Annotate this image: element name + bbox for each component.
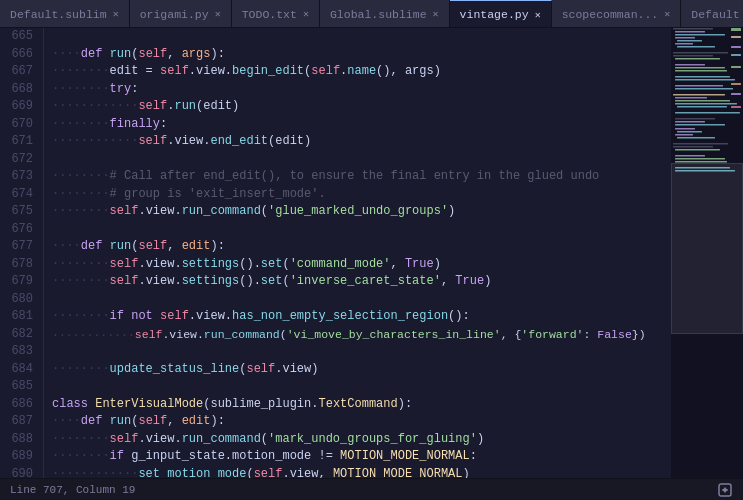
svg-rect-37: [677, 137, 715, 139]
line-number-gutter: 665 666 667 668 669 670 671 672 673 674 …: [0, 28, 44, 478]
line-num-679: 679: [6, 273, 33, 291]
line-num-666: 666: [6, 46, 33, 64]
tab-global-sublime[interactable]: Global.sublime ✕: [320, 0, 450, 28]
line-num-687: 687: [6, 413, 33, 431]
svg-rect-15: [675, 85, 723, 87]
code-line-679: ········self.view.settings().set('invers…: [52, 273, 671, 291]
svg-rect-29: [731, 93, 741, 95]
svg-rect-14: [675, 79, 735, 81]
svg-rect-34: [675, 128, 695, 130]
editor-container: 665 666 667 668 669 670 671 672 673 674 …: [0, 28, 743, 478]
line-num-689: 689: [6, 448, 33, 466]
tab-vintage[interactable]: vintage.py ✕: [450, 0, 552, 28]
code-line-684: ········update_status_line(self.view): [52, 361, 671, 379]
tab-label: TODO.txt: [242, 8, 297, 21]
svg-rect-21: [677, 106, 727, 108]
svg-rect-6: [677, 46, 715, 48]
tab-default-wind[interactable]: Default (Wind... ✕: [681, 0, 743, 28]
tab-close[interactable]: ✕: [664, 8, 670, 20]
svg-rect-13: [675, 76, 730, 78]
line-num-683: 683: [6, 343, 33, 361]
tab-label: scopecomman...: [562, 8, 659, 21]
svg-rect-23: [731, 28, 741, 31]
tab-default-sublime[interactable]: Default.sublim ✕: [0, 0, 130, 28]
scroll-icon[interactable]: [717, 482, 733, 498]
line-num-682: 682: [6, 326, 33, 344]
svg-rect-35: [677, 131, 702, 133]
line-num-678: 678: [6, 256, 33, 274]
code-line-675: ········self.view.run_command('glue_mark…: [52, 203, 671, 221]
tab-scopecommand[interactable]: scopecomman... ✕: [552, 0, 682, 28]
code-line-678: ········self.view.settings().set('comman…: [52, 256, 671, 274]
svg-rect-12: [675, 70, 727, 72]
code-line-674: ········# group is 'exit_insert_mode'.: [52, 186, 671, 204]
svg-rect-2: [675, 34, 725, 36]
svg-rect-39: [673, 146, 713, 148]
svg-rect-30: [731, 106, 741, 108]
line-num-670: 670: [6, 116, 33, 134]
code-line-665: [52, 28, 671, 46]
tab-origami[interactable]: origami.py ✕: [130, 0, 232, 28]
svg-rect-17: [673, 94, 725, 96]
code-line-689: ········if g_input_state.motion_mode != …: [52, 448, 671, 466]
code-line-685: [52, 378, 671, 396]
tab-close[interactable]: ✕: [433, 8, 439, 20]
svg-rect-4: [677, 40, 702, 42]
code-line-670: ········finally:: [52, 116, 671, 134]
code-line-668: ········try:: [52, 81, 671, 99]
line-num-686: 686: [6, 396, 33, 414]
tab-label: origami.py: [140, 8, 209, 21]
svg-rect-9: [675, 58, 720, 60]
svg-rect-40: [675, 149, 720, 151]
code-line-671: ············self.view.end_edit(edit): [52, 133, 671, 151]
svg-rect-20: [675, 103, 737, 105]
code-editor[interactable]: ····def run(self, args): ········edit = …: [44, 28, 671, 478]
line-num-685: 685: [6, 378, 33, 396]
svg-rect-18: [675, 97, 707, 99]
code-line-680: [52, 291, 671, 309]
svg-rect-31: [675, 118, 715, 120]
svg-rect-8: [673, 55, 713, 57]
svg-rect-11: [675, 67, 725, 69]
svg-rect-26: [731, 54, 741, 56]
svg-rect-33: [675, 124, 725, 126]
tab-close[interactable]: ✕: [113, 8, 119, 20]
svg-rect-0: [673, 28, 713, 30]
svg-rect-27: [731, 66, 741, 68]
line-num-675: 675: [6, 203, 33, 221]
code-line-672: [52, 151, 671, 169]
minimap-viewport[interactable]: [671, 163, 743, 334]
svg-rect-5: [675, 43, 693, 45]
minimap[interactable]: [671, 28, 743, 478]
line-num-674: 674: [6, 186, 33, 204]
line-num-677: 677: [6, 238, 33, 256]
svg-rect-24: [731, 36, 741, 38]
tab-close[interactable]: ✕: [215, 8, 221, 20]
line-num-690: 690: [6, 466, 33, 479]
svg-rect-3: [675, 37, 695, 39]
tab-close[interactable]: ✕: [535, 9, 541, 21]
tab-label: Default (Wind...: [691, 8, 743, 21]
svg-rect-19: [675, 100, 730, 102]
svg-rect-41: [675, 155, 705, 157]
code-line-673: ········# Call after end_edit(), to ensu…: [52, 168, 671, 186]
code-line-682: ············self.view.run_command('vi_mo…: [52, 326, 671, 344]
line-num-671: 671: [6, 133, 33, 151]
tab-todo[interactable]: TODO.txt ✕: [232, 0, 320, 28]
status-position: Line 707, Column 19: [10, 484, 135, 496]
svg-rect-7: [673, 52, 728, 54]
svg-rect-1: [675, 31, 705, 33]
svg-rect-32: [675, 121, 705, 123]
line-num-673: 673: [6, 168, 33, 186]
svg-rect-16: [675, 88, 733, 90]
tab-label: vintage.py: [460, 8, 529, 21]
tab-close[interactable]: ✕: [303, 8, 309, 20]
line-num-665: 665: [6, 28, 33, 46]
code-line-688: ········self.view.run_command('mark_undo…: [52, 431, 671, 449]
svg-rect-38: [673, 143, 728, 145]
line-num-669: 669: [6, 98, 33, 116]
status-right: [717, 482, 733, 498]
tab-bar: Default.sublim ✕ origami.py ✕ TODO.txt ✕…: [0, 0, 743, 28]
code-line-667: ········edit = self.view.begin_edit(self…: [52, 63, 671, 81]
svg-rect-28: [731, 83, 741, 85]
